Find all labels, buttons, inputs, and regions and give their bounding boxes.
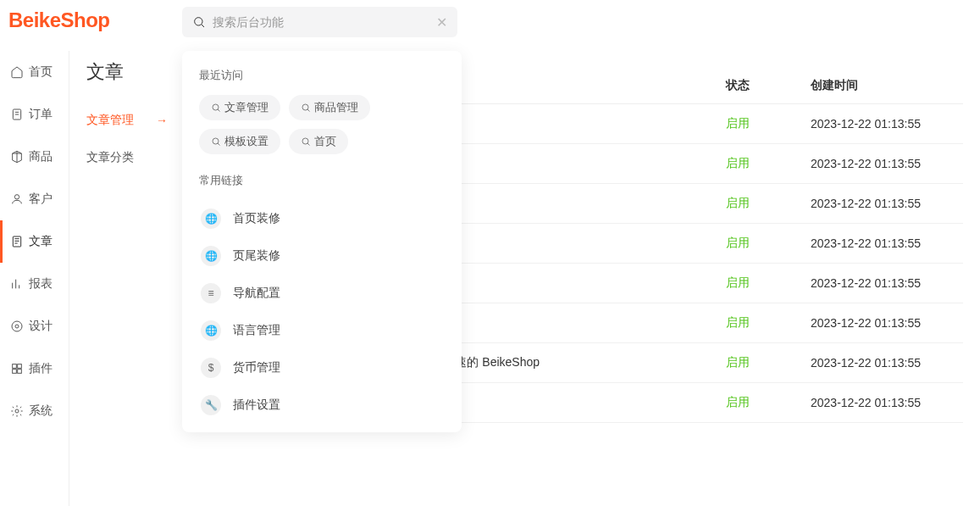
svg-point-13 <box>12 321 22 331</box>
nav-home[interactable]: 首页 <box>0 51 69 93</box>
menu-icon: ≡ <box>201 283 221 303</box>
svg-line-25 <box>218 143 220 146</box>
common-link-label: 导航配置 <box>233 286 280 301</box>
nav-report[interactable]: 报表 <box>0 263 69 305</box>
recent-tag[interactable]: 首页 <box>289 129 348 154</box>
nav-label: 首页 <box>29 64 53 80</box>
search-icon <box>301 103 311 113</box>
common-link-label: 首页装修 <box>233 211 280 226</box>
cell-date: 2023-12-22 01:13:55 <box>811 276 946 290</box>
svg-line-21 <box>218 109 220 112</box>
common-link-label: 页尾装修 <box>233 248 280 264</box>
globe-icon: 🌐 <box>201 209 221 229</box>
globe-icon: 🌐 <box>201 246 221 266</box>
nav-customer[interactable]: 客户 <box>0 178 69 220</box>
nav-label: 系统 <box>29 403 53 419</box>
cell-status: 启用 <box>726 236 811 251</box>
nav-label: 商品 <box>29 149 53 164</box>
svg-line-27 <box>307 143 310 146</box>
cell-date: 2023-12-22 01:13:55 <box>811 157 946 170</box>
common-link-label: 插件设置 <box>233 398 280 413</box>
sub-nav-label: 文章分类 <box>86 150 134 165</box>
plugin-icon <box>10 362 24 375</box>
main-nav: 首页 订单 商品 客户 文章 报表 设计 插件 系统 <box>0 51 69 506</box>
svg-line-1 <box>202 25 204 27</box>
cell-status: 启用 <box>726 196 811 211</box>
svg-point-19 <box>15 409 19 413</box>
nav-plugin[interactable]: 插件 <box>0 348 69 390</box>
sub-nav-article-manage[interactable]: 文章管理 → <box>86 102 178 139</box>
cell-status: 启用 <box>726 315 811 331</box>
product-icon <box>10 150 24 164</box>
search-input[interactable] <box>213 15 436 29</box>
cell-date: 2023-12-22 01:13:55 <box>811 316 946 330</box>
common-link-item[interactable]: 🌐语言管理 <box>199 312 445 349</box>
common-link-item[interactable]: 🌐首页装修 <box>199 200 445 237</box>
svg-point-5 <box>14 195 19 199</box>
nav-article[interactable]: 文章 <box>0 220 69 263</box>
nav-label: 客户 <box>29 192 53 207</box>
nav-design[interactable]: 设计 <box>0 305 69 348</box>
svg-rect-18 <box>18 370 22 374</box>
wrench-icon: 🔧 <box>201 395 221 415</box>
svg-point-22 <box>302 104 308 110</box>
report-icon <box>10 277 24 291</box>
col-status-header: 状态 <box>726 78 811 93</box>
nav-label: 插件 <box>29 361 53 376</box>
cell-date: 2023-12-22 01:13:55 <box>811 396 946 409</box>
dollar-icon: $ <box>201 358 221 378</box>
search-icon <box>301 136 311 147</box>
svg-rect-15 <box>13 364 17 369</box>
order-icon <box>10 108 24 121</box>
clear-icon[interactable]: ✕ <box>436 14 447 31</box>
cell-status: 启用 <box>726 275 811 291</box>
search-icon <box>192 15 206 29</box>
cell-status: 启用 <box>726 395 811 410</box>
common-title: 常用链接 <box>199 173 445 188</box>
recent-title: 最近访问 <box>199 68 445 83</box>
cell-status: 启用 <box>726 156 811 171</box>
recent-tags: 文章管理商品管理模板设置首页 <box>199 95 445 154</box>
search-icon <box>211 136 221 147</box>
common-link-item[interactable]: ≡导航配置 <box>199 275 445 312</box>
sub-nav: 文章 文章管理 → 文章分类 <box>69 51 178 506</box>
common-link-item[interactable]: 🔧插件设置 <box>199 386 445 424</box>
svg-point-20 <box>213 104 219 110</box>
sub-nav-article-category[interactable]: 文章分类 <box>86 139 178 176</box>
customer-icon <box>10 192 24 206</box>
common-links: 🌐首页装修🌐页尾装修≡导航配置🌐语言管理$货币管理🔧插件设置 <box>199 200 445 424</box>
cell-status: 启用 <box>726 355 811 370</box>
svg-rect-16 <box>18 364 22 369</box>
cell-date: 2023-12-22 01:13:55 <box>811 117 946 131</box>
col-date-header: 创建时间 <box>811 78 946 93</box>
article-icon <box>10 235 24 248</box>
nav-order[interactable]: 订单 <box>0 93 69 136</box>
nav-system[interactable]: 系统 <box>0 390 69 432</box>
recent-tag[interactable]: 商品管理 <box>289 95 370 120</box>
cell-status: 启用 <box>726 116 811 131</box>
svg-point-26 <box>302 138 308 144</box>
cell-date: 2023-12-22 01:13:55 <box>811 356 946 370</box>
recent-tag[interactable]: 模板设置 <box>199 129 280 154</box>
gear-icon <box>10 404 24 418</box>
common-link-item[interactable]: $货币管理 <box>199 349 445 386</box>
common-link-label: 货币管理 <box>233 360 280 375</box>
search-icon <box>211 103 221 113</box>
svg-point-24 <box>213 138 219 144</box>
common-link-item[interactable]: 🌐页尾装修 <box>199 237 445 275</box>
search-bar[interactable]: ✕ <box>182 7 457 37</box>
nav-label: 报表 <box>29 276 53 292</box>
recent-tag[interactable]: 文章管理 <box>199 95 280 120</box>
sub-nav-title: 文章 <box>86 59 178 85</box>
nav-label: 订单 <box>29 107 53 122</box>
svg-line-23 <box>307 109 310 112</box>
svg-rect-17 <box>13 370 17 374</box>
nav-product[interactable]: 商品 <box>0 136 69 178</box>
design-icon <box>10 320 24 333</box>
nav-label: 文章 <box>29 234 53 249</box>
search-dropdown: 最近访问 文章管理商品管理模板设置首页 常用链接 🌐首页装修🌐页尾装修≡导航配置… <box>182 51 462 432</box>
svg-point-0 <box>195 18 202 25</box>
cell-date: 2023-12-22 01:13:55 <box>811 236 946 250</box>
sub-nav-label: 文章管理 <box>86 113 134 128</box>
logo[interactable]: BeikeShop <box>8 8 110 32</box>
